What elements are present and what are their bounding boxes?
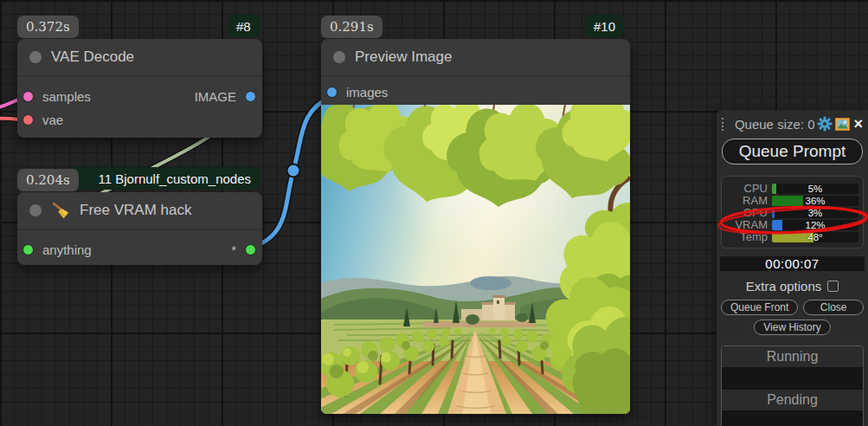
input-slot-anything[interactable]: [23, 244, 34, 255]
node-vae-decode[interactable]: VAE Decode samples IMAGE vae: [17, 39, 262, 138]
running-list: [722, 367, 863, 390]
slot-label: vae: [42, 113, 63, 127]
comfyui-canvas[interactable]: 0.372s #8 VAE Decode samples IMAGE vae 1…: [0, 0, 868, 426]
queue-prompt-button[interactable]: Queue Prompt: [722, 139, 863, 165]
input-slot-samples[interactable]: [23, 91, 34, 102]
node-free-vram-hack[interactable]: Free VRAM hack anything *: [17, 192, 262, 265]
node-title: Free VRAM hack: [80, 202, 191, 219]
slot-label: *: [231, 242, 236, 257]
drag-handle[interactable]: [722, 118, 724, 131]
output-slot-any[interactable]: [245, 244, 256, 255]
close-button[interactable]: Close: [803, 300, 864, 315]
node-id-badge: #8: [228, 15, 260, 37]
collapse-dot-icon[interactable]: [333, 51, 345, 63]
pending-list: [722, 410, 863, 426]
image-toggle-icon[interactable]: [835, 116, 850, 132]
pending-section-title: Pending: [722, 390, 863, 410]
stat-row-ram: RAM 36%: [726, 195, 858, 206]
stat-row-vram: VRAM 12%: [726, 219, 858, 230]
collapse-dot-icon[interactable]: [29, 204, 42, 216]
node-header[interactable]: Free VRAM hack: [17, 192, 262, 230]
slot-label: samples: [42, 89, 91, 104]
collapse-dot-icon[interactable]: [29, 51, 42, 63]
extra-options-label: Extra options: [746, 279, 822, 294]
queue-lists-panel: Running Pending: [721, 345, 864, 426]
queue-size-label: Queue size: 0: [728, 117, 815, 132]
execution-time-badge: 0.291s: [321, 16, 383, 38]
link-midpoint-dot: [287, 165, 300, 178]
node-preview-image[interactable]: Preview Image images: [321, 39, 630, 414]
input-slot-images[interactable]: [326, 87, 338, 98]
output-slot-image[interactable]: [245, 91, 256, 102]
node-header[interactable]: Preview Image: [321, 39, 630, 77]
execution-time-badge: 0.372s: [17, 16, 79, 38]
running-section-title: Running: [722, 346, 863, 367]
slot-label: anything: [42, 242, 92, 257]
execution-time-badge: 0.204s: [17, 169, 79, 191]
node-id-badge: #10: [585, 15, 624, 37]
slot-label: IMAGE: [195, 89, 236, 104]
close-icon[interactable]: ×: [853, 116, 863, 132]
stat-row-gpu: GPU 3%: [726, 207, 858, 218]
slot-label: images: [346, 85, 388, 100]
view-history-button[interactable]: View History: [754, 320, 830, 335]
node-title: Preview Image: [355, 48, 452, 66]
node-title: VAE Decode: [51, 48, 134, 66]
stat-row-temp: Temp 48°: [726, 231, 858, 242]
broom-icon: [51, 202, 70, 219]
gear-icon[interactable]: [817, 116, 833, 132]
elapsed-timer: 00:00:07: [720, 256, 865, 271]
queue-front-button[interactable]: Queue Front: [721, 300, 798, 315]
stat-row-cpu: CPU 5%: [726, 183, 858, 194]
node-header[interactable]: VAE Decode: [17, 39, 262, 77]
extra-options-checkbox[interactable]: [827, 281, 839, 292]
queue-menu-panel: Queue size: 0: [717, 110, 868, 426]
input-slot-vae[interactable]: [23, 114, 34, 126]
system-stats-panel: CPU 5% RAM 36% GPU 3% VRAM 12% Temp 48°: [721, 176, 864, 248]
preview-image-vineyard: [321, 105, 630, 414]
node-id-badge: 11 Bjornulf_custom_nodes: [66, 167, 260, 190]
